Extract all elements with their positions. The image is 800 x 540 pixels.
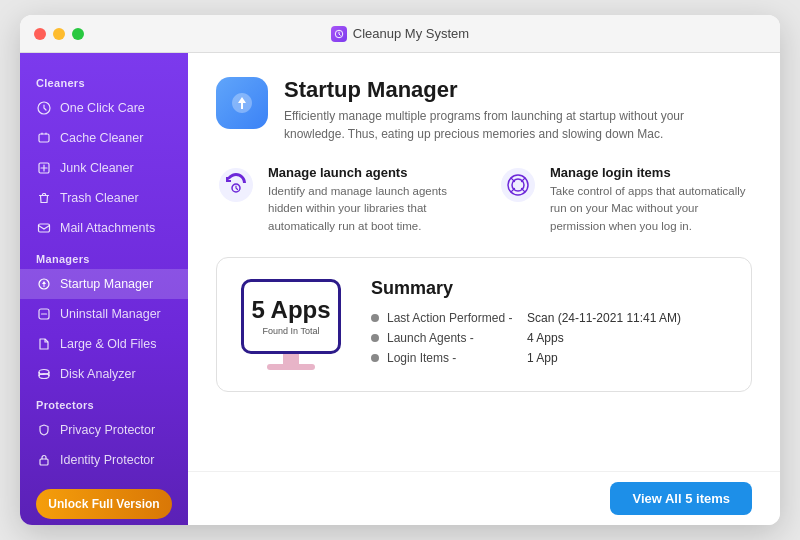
monitor-screen: 5 Apps Found In Total — [241, 279, 341, 354]
features-row: Manage launch agents Identify and manage… — [216, 165, 752, 235]
feature-login-items-desc: Take control of apps that automatically … — [550, 183, 752, 235]
sidebar-item-disk-analyzer[interactable]: Disk Analyzer — [20, 359, 188, 389]
svg-rect-2 — [39, 134, 49, 142]
sidebar-label-privacy-protector: Privacy Protector — [60, 423, 155, 437]
maximize-button[interactable] — [72, 28, 84, 40]
sidebar-item-large-old-files[interactable]: Large & Old Files — [20, 329, 188, 359]
feature-launch-agents: Manage launch agents Identify and manage… — [216, 165, 470, 235]
startup-manager-icon — [36, 276, 52, 292]
feature-launch-agents-title: Manage launch agents — [268, 165, 470, 180]
monitor-count: 5 Apps — [251, 296, 330, 324]
close-button[interactable] — [34, 28, 46, 40]
one-click-care-icon — [36, 100, 52, 116]
summary-key-last-action: Last Action Performed - — [387, 311, 527, 325]
startup-manager-header-icon — [216, 77, 268, 129]
sidebar-label-cache-cleaner: Cache Cleaner — [60, 131, 143, 145]
uninstall-manager-icon — [36, 306, 52, 322]
page-title: Startup Manager — [284, 77, 704, 103]
sidebar-item-identity-protector[interactable]: Identity Protector — [20, 445, 188, 475]
sidebar-item-one-click-care[interactable]: One Click Care — [20, 93, 188, 123]
summary-val-login-items: 1 App — [527, 351, 558, 365]
monitor-base — [267, 364, 315, 370]
sidebar-item-uninstall-manager[interactable]: Uninstall Manager — [20, 299, 188, 329]
footer-bar: View All 5 items — [188, 471, 780, 525]
sidebar-bottom: Unlock Full Version — [20, 475, 188, 525]
monitor-neck — [283, 354, 299, 364]
sidebar-label-large-old-files: Large & Old Files — [60, 337, 157, 351]
trash-cleaner-icon — [36, 190, 52, 206]
sidebar-label-mail-attachments: Mail Attachments — [60, 221, 155, 235]
sidebar-label-junk-cleaner: Junk Cleaner — [60, 161, 134, 175]
sidebar-label-one-click-care: One Click Care — [60, 101, 145, 115]
svg-rect-4 — [39, 224, 50, 232]
summary-card: 5 Apps Found In Total Summary Last Actio… — [216, 257, 752, 392]
disk-analyzer-icon — [36, 366, 52, 382]
page-header: Startup Manager Efficiently manage multi… — [216, 77, 752, 143]
sidebar-item-startup-manager[interactable]: Startup Manager — [20, 269, 188, 299]
summary-row-launch-agents: Launch Agents - 4 Apps — [371, 331, 727, 345]
sidebar-item-junk-cleaner[interactable]: Junk Cleaner — [20, 153, 188, 183]
sidebar-label-disk-analyzer: Disk Analyzer — [60, 367, 136, 381]
feature-login-items-title: Manage login items — [550, 165, 752, 180]
page-description: Efficiently manage multiple programs fro… — [284, 107, 704, 143]
feature-login-items: Manage login items Take control of apps … — [498, 165, 752, 235]
section-label-protectors: Protectors — [20, 389, 188, 415]
mail-attachments-icon — [36, 220, 52, 236]
main-content: Cleaners One Click Care Cache Cleaner Ju… — [20, 53, 780, 525]
summary-key-login-items: Login Items - — [387, 351, 527, 365]
minimize-button[interactable] — [53, 28, 65, 40]
content-area: Startup Manager Efficiently manage multi… — [188, 53, 780, 471]
svg-rect-8 — [40, 459, 48, 465]
summary-row-last-action: Last Action Performed - Scan (24-11-2021… — [371, 311, 727, 325]
summary-val-launch-agents: 4 Apps — [527, 331, 564, 345]
sidebar-label-startup-manager: Startup Manager — [60, 277, 153, 291]
login-items-icon — [498, 165, 538, 205]
sidebar-item-trash-cleaner[interactable]: Trash Cleaner — [20, 183, 188, 213]
sidebar: Cleaners One Click Care Cache Cleaner Ju… — [20, 53, 188, 525]
section-label-cleaners: Cleaners — [20, 67, 188, 93]
summary-val-last-action: Scan (24-11-2021 11:41 AM) — [527, 311, 681, 325]
privacy-protector-icon — [36, 422, 52, 438]
title-bar: Cleanup My System — [20, 15, 780, 53]
app-icon — [331, 26, 347, 42]
identity-protector-icon — [36, 452, 52, 468]
view-all-button[interactable]: View All 5 items — [610, 482, 752, 515]
summary-row-login-items: Login Items - 1 App — [371, 351, 727, 365]
launch-agents-icon — [216, 165, 256, 205]
page-header-text: Startup Manager Efficiently manage multi… — [284, 77, 704, 143]
sidebar-label-uninstall-manager: Uninstall Manager — [60, 307, 161, 321]
feature-login-items-text: Manage login items Take control of apps … — [550, 165, 752, 235]
large-old-files-icon — [36, 336, 52, 352]
sidebar-item-privacy-protector[interactable]: Privacy Protector — [20, 415, 188, 445]
unlock-full-version-button[interactable]: Unlock Full Version — [36, 489, 172, 519]
svg-point-11 — [501, 168, 535, 202]
summary-info: Summary Last Action Performed - Scan (24… — [371, 278, 727, 371]
junk-cleaner-icon — [36, 160, 52, 176]
title-bar-content: Cleanup My System — [331, 26, 469, 42]
summary-title: Summary — [371, 278, 727, 299]
traffic-lights — [34, 28, 84, 40]
summary-dot-3 — [371, 354, 379, 362]
sidebar-label-trash-cleaner: Trash Cleaner — [60, 191, 139, 205]
monitor-label: Found In Total — [263, 326, 320, 336]
summary-dot-2 — [371, 334, 379, 342]
sidebar-label-identity-protector: Identity Protector — [60, 453, 155, 467]
sidebar-item-mail-attachments[interactable]: Mail Attachments — [20, 213, 188, 243]
monitor-illustration: 5 Apps Found In Total — [241, 279, 341, 370]
summary-dot-1 — [371, 314, 379, 322]
app-window: Cleanup My System Cleaners One Click Car… — [20, 15, 780, 525]
feature-launch-agents-desc: Identify and manage launch agents hidden… — [268, 183, 470, 235]
cache-cleaner-icon — [36, 130, 52, 146]
app-title: Cleanup My System — [353, 26, 469, 41]
sidebar-item-cache-cleaner[interactable]: Cache Cleaner — [20, 123, 188, 153]
feature-launch-agents-text: Manage launch agents Identify and manage… — [268, 165, 470, 235]
section-label-managers: Managers — [20, 243, 188, 269]
summary-key-launch-agents: Launch Agents - — [387, 331, 527, 345]
